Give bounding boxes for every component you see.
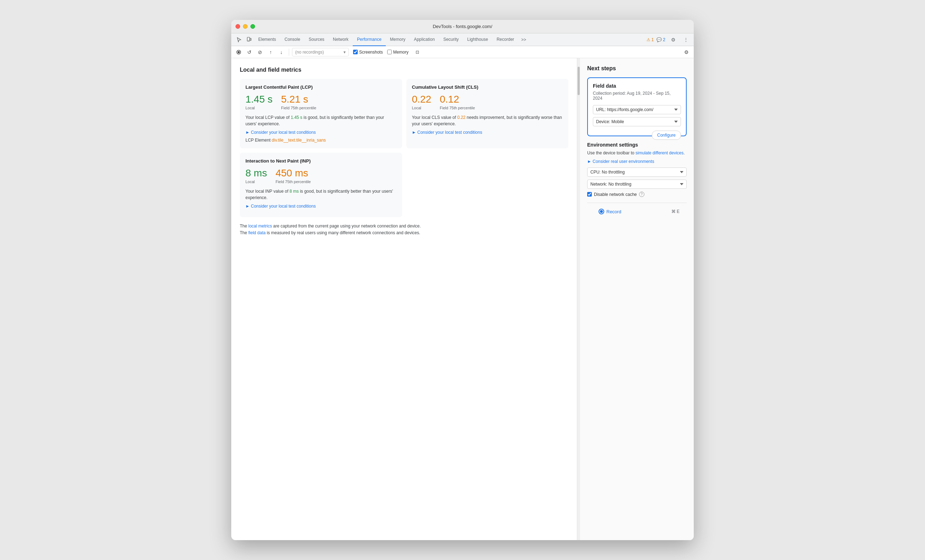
footer-line1-suffix: are captured from the current page using… [272,224,421,228]
cls-local-label: Local [412,106,432,110]
toolbar-checkboxes: Screenshots Memory ⊡ [353,48,422,57]
cpu-select[interactable]: CPU: No throttling [587,168,687,177]
tab-network[interactable]: Network [328,33,353,46]
memory-label: Memory [393,50,408,55]
window-title: DevTools - fonts.google.com/ [433,24,492,29]
memory-checkbox[interactable] [387,50,392,54]
tab-console[interactable]: Console [280,33,304,46]
more-tabs-btn[interactable]: >> [518,37,529,42]
scrollbar-thumb[interactable] [578,67,580,95]
screenshots-checkbox-label[interactable]: Screenshots [353,50,383,55]
toolbar-settings-btn[interactable]: ⚙ [682,48,691,57]
cls-consider[interactable]: ► Consider your local test conditions [412,130,563,135]
configure-btn[interactable]: Configure [652,131,681,140]
env-desc-suffix: . [684,150,684,155]
maximize-button[interactable] [250,24,255,29]
lcp-desc-prefix: Your local LCP value of [246,115,291,120]
cls-description: Your local CLS value of 0.22 needs impro… [412,114,563,127]
memory-checkbox-label[interactable]: Memory [387,50,408,55]
tab-sources[interactable]: Sources [304,33,328,46]
info-badge[interactable]: 💬 2 [657,37,665,42]
tab-performance[interactable]: Performance [353,33,386,46]
warning-icon: ⚠ [646,37,651,42]
lcp-desc-value: 1.45 s [291,115,302,120]
cls-desc-value: 0.22 [457,115,466,120]
download-btn[interactable]: ↓ [277,48,286,57]
svg-rect-0 [247,37,250,41]
lcp-local-group: 1.45 s Local [246,94,273,110]
warning-count: 1 [651,37,654,42]
inp-local-label: Local [246,180,267,184]
cls-desc-prefix: Your local CLS value of [412,115,458,120]
reload-btn[interactable]: ↺ [245,48,254,57]
lcp-local-label: Local [246,106,273,110]
disable-cache-group: Disable network cache ? [587,192,687,197]
env-title: Environment settings [587,142,687,148]
inp-consider[interactable]: ► Consider your local test conditions [246,204,396,209]
cls-field-group: 0.12 Field 75th percentile [440,94,475,110]
field-data-title: Field data [593,83,681,89]
metrics-grid-top: Largest Contentful Paint (LCP) 1.45 s Lo… [240,79,568,148]
lcp-element-prefix: LCP Element [246,138,272,143]
cls-local-group: 0.22 Local [412,94,432,110]
recording-placeholder: (no recordings) [295,50,342,55]
screenshots-label: Screenshots [359,50,383,55]
env-desc-prefix: Use the device toolbar to [587,150,636,155]
inp-desc-prefix: Your local INP value of [246,189,289,194]
tab-elements[interactable]: Elements [254,33,280,46]
cls-field-label: Field 75th percentile [440,106,475,110]
footer-line2-suffix: is measured by real users using many dif… [266,230,420,235]
device-select[interactable]: Device: Mobile [593,117,681,126]
tab-application[interactable]: Application [410,33,439,46]
inp-field-value: 450 ms [276,168,311,179]
close-button[interactable] [235,24,240,29]
cls-values: 0.22 Local 0.12 Field 75th percentile [412,94,563,110]
inp-local-value: 8 ms [246,168,267,179]
disable-cache-checkbox[interactable] [587,192,592,197]
record-button[interactable]: Record [594,207,625,216]
lcp-consider[interactable]: ► Consider your local test conditions [246,130,396,135]
env-consider[interactable]: ► Consider real user environments [587,159,687,164]
tab-memory[interactable]: Memory [386,33,410,46]
lcp-field-label: Field 75th percentile [281,106,316,110]
lcp-local-value: 1.45 s [246,94,273,105]
right-panel: Next steps Field data Collection period:… [580,58,694,540]
disable-cache-label: Disable network cache [594,192,637,197]
tab-lighthouse[interactable]: Lighthouse [463,33,492,46]
screenshots-checkbox[interactable] [353,50,358,54]
footer-line1-prefix: The [240,224,248,228]
device-icon-btn[interactable] [244,35,254,45]
more-options-btn[interactable]: ⋮ [681,35,691,45]
clear-btn[interactable]: ⊘ [255,48,265,57]
main-content: Local and field metrics Largest Contentf… [231,58,694,540]
warning-badge[interactable]: ⚠ 1 [646,37,654,42]
minimize-button[interactable] [243,24,248,29]
network-select[interactable]: Network: No throttling [587,180,687,189]
devtools-window: DevTools - fonts.google.com/ Elements Co… [231,20,694,540]
memory-extra-btn[interactable]: ⊡ [413,48,422,57]
tab-recorder[interactable]: Recorder [492,33,518,46]
field-data-link[interactable]: field data [248,230,266,235]
url-select[interactable]: URL: https://fonts.google.com/ [593,105,681,114]
help-icon[interactable]: ? [639,192,644,197]
lcp-field-value: 5.21 s [281,94,316,105]
simulate-link[interactable]: simulate different devices [636,150,684,155]
recording-select[interactable]: (no recordings) ▾ [292,48,349,56]
tab-security[interactable]: Security [439,33,463,46]
settings-icon-btn[interactable]: ⚙ [668,35,678,45]
empty-grid-cell [406,153,569,217]
record-bar: Record ⌘ E [587,203,687,220]
env-description: Use the device toolbar to simulate diffe… [587,150,687,156]
record-btn-toolbar[interactable] [234,48,243,57]
toolbar-right: ⚙ [682,48,691,57]
cls-card: Cumulative Layout Shift (CLS) 0.22 Local… [406,79,569,148]
cursor-icon-btn[interactable] [234,35,244,45]
tab-right-actions: ⚠ 1 💬 2 ⚙ ⋮ [646,35,691,45]
upload-btn[interactable]: ↑ [266,48,275,57]
toolbar-divider-1 [289,49,289,56]
footer-line2-prefix: The [240,230,248,235]
toolbar: ↺ ⊘ ↑ ↓ (no recordings) ▾ Screenshots Me… [231,46,694,58]
lcp-element-link[interactable]: div.tile__text.tile__inria_sans [272,138,326,143]
lcp-values: 1.45 s Local 5.21 s Field 75th percentil… [246,94,396,110]
local-metrics-link[interactable]: local metrics [248,224,272,228]
